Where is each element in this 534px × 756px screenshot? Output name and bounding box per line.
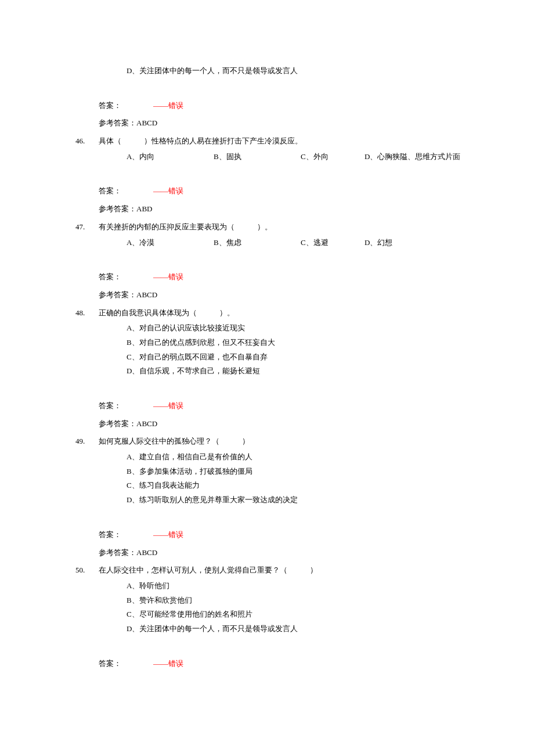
q47-option-c: C、逃避 (301, 236, 365, 250)
ref-value: ABCD (136, 548, 157, 557)
question-46: 46. 具体（ ）性格特点的人易在挫折打击下产生冷漠反应。 (75, 134, 482, 149)
q47-options: A、冷漠 B、焦虑 C、逃避 D、幻想 (127, 236, 482, 250)
question-number: 50. (75, 563, 99, 578)
prev-option-d: D、关注团体中的每一个人，而不只是领导或发言人 (127, 64, 482, 78)
ref-value: ABCD (136, 290, 157, 299)
q47-ref-answer: 参考答案：ABCD (99, 288, 482, 303)
question-number: 46. (75, 134, 99, 149)
q48-option-b: B、对自己的优点感到欣慰，但又不狂妄自大 (127, 336, 482, 350)
q49-option-a: A、建立自信，相信自己是有价值的人 (127, 450, 482, 465)
question-text: 有关挫折的内郁的压抑反应主要表现为（ ）。 (99, 220, 482, 235)
ref-value: ABCD (136, 419, 157, 428)
q47-option-a: A、冷漠 (127, 236, 214, 250)
question-text: 正确的自我意识具体体现为（ ）。 (99, 306, 482, 321)
q48-ref-answer: 参考答案：ABCD (99, 417, 482, 431)
question-number: 47. (75, 220, 99, 235)
q50-options: A、聆听他们 B、赞许和欣赏他们 C、尽可能经常使用他们的姓名和照片 D、关注团… (127, 579, 482, 636)
wrong-text: ——错误 (153, 272, 183, 281)
ref-value: ABD (136, 204, 152, 213)
prev-ref-answer: 参考答案：ABCD (99, 116, 482, 131)
ref-prefix: 参考答案： (99, 548, 136, 557)
q50-option-c: C、尽可能经常使用他们的姓名和照片 (127, 607, 482, 622)
q49-option-b: B、多参加集体活动，打破孤独的僵局 (127, 465, 482, 479)
question-number: 49. (75, 434, 99, 449)
q46-option-b: B、固执 (214, 150, 301, 164)
answer-label: 答案： (99, 530, 121, 539)
ref-prefix: 参考答案： (99, 419, 136, 428)
q46-option-c: C、外向 (301, 150, 365, 164)
q48-option-a: A、对自己的认识应该比较接近现实 (127, 321, 482, 336)
q47-option-d: D、幻想 (365, 236, 392, 250)
q49-ref-answer: 参考答案：ABCD (99, 546, 482, 560)
q48-option-d: D、自信乐观，不苛求自己，能扬长避短 (127, 364, 482, 379)
q46-options: A、内向 B、固执 C、外向 D、心胸狭隘、思维方式片面 (127, 150, 482, 164)
q48-option-c: C、对自己的弱点既不回避，也不自暴自弃 (127, 350, 482, 365)
ref-prefix: 参考答案： (99, 204, 136, 213)
question-text: 如何克服人际交往中的孤独心理？（ ） (99, 434, 482, 449)
q49-options: A、建立自信，相信自己是有价值的人 B、多参加集体活动，打破孤独的僵局 C、练习… (127, 450, 482, 507)
q49-option-d: D、练习听取别人的意见并尊重大家一致达成的决定 (127, 493, 482, 507)
answer-label: 答案： (99, 659, 121, 668)
ref-prefix: 参考答案： (99, 118, 136, 127)
answer-label: 答案： (99, 186, 121, 195)
question-number: 48. (75, 306, 99, 321)
q50-option-d: D、关注团体中的每一个人，而不只是领导或发言人 (127, 622, 482, 636)
answer-label: 答案： (99, 272, 121, 281)
q47-answer-block: 答案：——错误 (99, 270, 482, 285)
q46-option-a: A、内向 (127, 150, 214, 164)
answer-label: 答案： (99, 101, 121, 110)
wrong-text: ——错误 (153, 186, 183, 195)
q48-answer-block: 答案：——错误 (99, 399, 482, 413)
q49-answer-block: 答案：——错误 (99, 528, 482, 542)
q50-option-b: B、赞许和欣赏他们 (127, 593, 482, 608)
wrong-text: ——错误 (153, 401, 183, 410)
wrong-text: ——错误 (153, 530, 183, 539)
q47-option-b: B、焦虑 (214, 236, 301, 250)
q46-option-d: D、心胸狭隘、思维方式片面 (365, 150, 460, 164)
q49-option-c: C、练习自我表达能力 (127, 478, 482, 493)
question-48: 48. 正确的自我意识具体体现为（ ）。 (75, 306, 482, 321)
ref-prefix: 参考答案： (99, 290, 136, 299)
q48-options: A、对自己的认识应该比较接近现实 B、对自己的优点感到欣慰，但又不狂妄自大 C、… (127, 321, 482, 379)
question-47: 47. 有关挫折的内郁的压抑反应主要表现为（ ）。 (75, 220, 482, 235)
q46-answer-block: 答案：——错误 (99, 184, 482, 199)
ref-value: ABCD (136, 118, 157, 127)
answer-label: 答案： (99, 401, 121, 410)
wrong-text: ——错误 (153, 101, 183, 110)
question-50: 50. 在人际交往中，怎样认可别人，使别人觉得自己重要？（ ） (75, 563, 482, 578)
question-text: 在人际交往中，怎样认可别人，使别人觉得自己重要？（ ） (99, 563, 482, 578)
q50-option-a: A、聆听他们 (127, 579, 482, 593)
question-text: 具体（ ）性格特点的人易在挫折打击下产生冷漠反应。 (99, 134, 482, 149)
prev-answer-block: 答案：——错误 (99, 99, 482, 113)
q46-ref-answer: 参考答案：ABD (99, 202, 482, 217)
wrong-text: ——错误 (153, 659, 183, 668)
question-49: 49. 如何克服人际交往中的孤独心理？（ ） (75, 434, 482, 449)
q50-answer-block: 答案：——错误 (99, 657, 482, 671)
